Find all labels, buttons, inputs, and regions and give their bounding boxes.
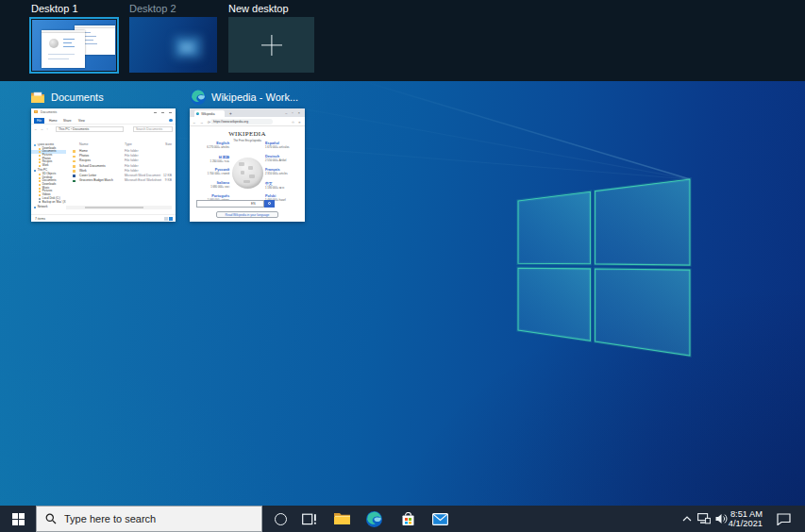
- new-desktop-label: New desktop: [228, 3, 289, 14]
- screen: Desktop 1 Desktop 2 New desktop: [0, 0, 805, 532]
- file-explorer-button[interactable]: [327, 506, 356, 532]
- tray-date: 4/1/2021: [721, 519, 763, 529]
- chevron-up-icon: [682, 516, 692, 522]
- explorer-sidebar: Quick accessDownloadsDocumentsPicturesPh…: [31, 143, 66, 209]
- folder-icon: [73, 150, 75, 153]
- folder-icon: [39, 161, 41, 163]
- folder-icon: [39, 158, 41, 160]
- minimize-icon: [154, 112, 157, 113]
- wikipedia-language-link: Español1 670 000+ artículos: [265, 141, 303, 149]
- nav-arrows: ← → ↑: [34, 127, 49, 131]
- edge-taskbar-icon: [366, 511, 382, 527]
- wikipedia-wordmark: WIKIPEDIA: [190, 130, 305, 138]
- desktop-1-tile[interactable]: [29, 17, 119, 74]
- network-tray-button[interactable]: [696, 506, 713, 532]
- word-icon: [73, 175, 75, 177]
- explorer-titlebar-icon: [34, 110, 38, 113]
- edge-icon: [191, 90, 206, 105]
- folder-icon: [73, 170, 75, 173]
- breadcrumb: This PC › Documents: [56, 126, 124, 132]
- pc-icon: [34, 170, 36, 172]
- excel-icon: [73, 180, 75, 183]
- taskbar-clock[interactable]: 8:51 AM 4/1/2021: [721, 506, 763, 532]
- explorer-search: Search Documents: [133, 126, 173, 132]
- explorer-ribbon: File Home Share View: [31, 116, 176, 125]
- documents-window-thumbnail[interactable]: Documents File Home Share View ← → ↑ Thi…: [31, 108, 176, 222]
- net-icon: [34, 207, 36, 208]
- store-icon: [401, 512, 415, 526]
- folder-icon: [39, 177, 41, 179]
- windows-logo-icon: [12, 513, 25, 525]
- file-menu: File: [34, 118, 44, 124]
- new-tab-icon: +: [229, 111, 232, 116]
- star-icon: [34, 144, 36, 146]
- edge-nav-icons: ← → ⟳: [193, 120, 211, 125]
- desktop-2-tile[interactable]: [129, 17, 217, 73]
- search-icon: [45, 513, 57, 524]
- start-button[interactable]: [0, 506, 36, 532]
- mini-globe: [49, 39, 59, 48]
- cortana-button[interactable]: [266, 506, 294, 532]
- store-button[interactable]: [394, 506, 422, 532]
- wikipedia-language-link: 中文1 180 000+ 條目: [265, 181, 303, 190]
- taskbar-search-box[interactable]: Type here to search: [36, 506, 262, 532]
- disk-icon: [39, 198, 41, 200]
- wikipedia-language-link: Français2 310 000+ articles: [265, 168, 303, 175]
- folder-icon: [39, 191, 41, 192]
- wikipedia-page: WIKIPEDIA The Free Encyclopedia English6…: [190, 126, 305, 222]
- edge-favicon: [196, 112, 199, 115]
- edge-tab: Wikipedia: [194, 110, 225, 117]
- folder-icon: [39, 184, 41, 186]
- folder-icon: [39, 174, 41, 175]
- wikipedia-window-thumbnail[interactable]: Wikipedia + – ▫ × ← → ⟳ https://www.wiki…: [190, 108, 305, 222]
- explorer-sidebar-item: Work: [31, 164, 66, 168]
- maximize-icon: [161, 112, 164, 113]
- edge-tabbar: Wikipedia + – ▫ ×: [190, 108, 305, 117]
- edge-button[interactable]: [360, 506, 388, 532]
- explorer-addressbar: ← → ↑ This PC › Documents Search Documen…: [31, 125, 176, 134]
- tray-time: 8:51 AM: [721, 509, 763, 520]
- desktop-1-label: Desktop 1: [31, 3, 78, 14]
- read-wikipedia-button: Read Wikipedia in your language: [216, 211, 278, 218]
- folder-icon: [39, 194, 41, 196]
- explorer-titlebar-text: Documents: [41, 110, 57, 114]
- desktop-2-label: Desktop 2: [129, 3, 176, 14]
- disk-icon: [39, 201, 41, 203]
- folder-icon: [73, 160, 75, 163]
- wikipedia-language-link: Русский1 700 000+ статей: [192, 168, 229, 175]
- folder-icon: [39, 151, 41, 153]
- task-view-button[interactable]: [294, 506, 323, 532]
- folder-icon: [39, 165, 41, 167]
- wikipedia-language-link: 日本語1 260 000+ 記事: [192, 155, 229, 163]
- wikipedia-language-link: Italiano1 680 000+ voci: [192, 181, 229, 189]
- explorer-file-list: HomeFile folderPhotosFile folderRecipesF…: [66, 149, 176, 183]
- file-explorer-icon: [334, 512, 350, 525]
- task-view-icon: [302, 513, 316, 525]
- close-icon: [169, 112, 172, 113]
- explorer-file-row: Groceries Budget MarchMicrosoft Excel Wo…: [66, 178, 176, 183]
- view-list-icon: [164, 217, 168, 221]
- tray-expand-button[interactable]: [679, 506, 696, 532]
- edge-right-icons: ☆ ≡: [292, 120, 302, 125]
- folder-icon: [31, 91, 45, 104]
- mini-wikipedia-window: [42, 30, 85, 68]
- view-large-icon: [169, 217, 173, 221]
- explorer-sidebar-item: Network: [31, 206, 66, 209]
- wikipedia-language-link: Deutsch2 550 000+ Artikel: [265, 155, 303, 162]
- network-icon: [697, 513, 711, 524]
- task-view-band: Desktop 1 Desktop 2 New desktop: [0, 0, 805, 81]
- edge-window-controls: – ▫ ×: [285, 111, 302, 115]
- new-desktop-tile[interactable]: [228, 17, 314, 73]
- taskbar: Type here to search: [0, 506, 805, 532]
- folder-icon: [39, 155, 41, 157]
- folder-icon: [73, 156, 75, 158]
- explorer-hscrollbar: [66, 206, 172, 209]
- explorer-statusbar: 7 items: [31, 214, 176, 222]
- mail-button[interactable]: [426, 506, 454, 532]
- documents-thumb-header: Documents: [31, 90, 104, 105]
- edge-url: https://www.wikipedia.org: [210, 119, 273, 125]
- desktop-1-preview: [32, 20, 116, 71]
- wikipedia-search: EN: [196, 200, 298, 208]
- action-center-button[interactable]: [773, 506, 794, 532]
- folder-icon: [39, 148, 41, 150]
